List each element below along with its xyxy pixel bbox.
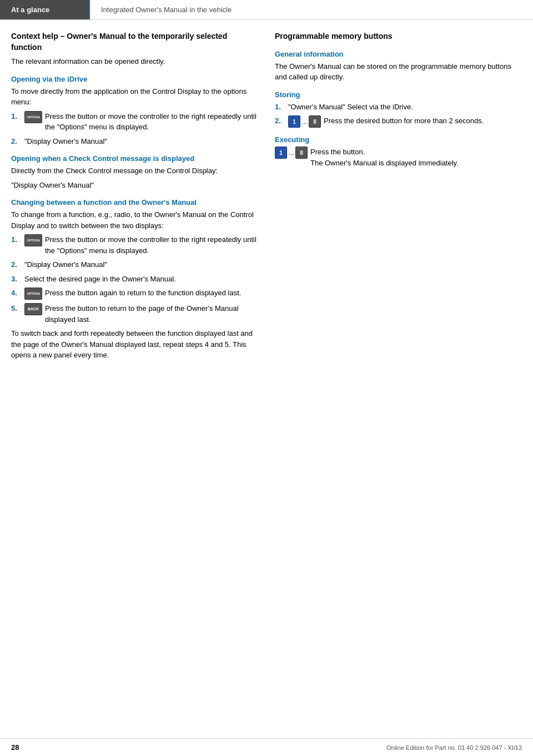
section-label-text: Integrated Owner's Manual in the vehicle: [101, 6, 232, 14]
page-number: 28: [11, 743, 19, 752]
step-item: 3. Select the desired page in the Owner'…: [11, 274, 258, 285]
step-text: Press the button or move the controller …: [45, 111, 258, 133]
copyright-text: Online Edition for Part no. 01 40 2 926 …: [386, 744, 522, 751]
step-text: "Display Owner's Manual": [24, 136, 258, 147]
right-column: Programmable memory buttons General info…: [275, 31, 522, 364]
memory-buttons-title: Programmable memory buttons: [275, 31, 522, 42]
changing-function-title: Changing between a function and the Owne…: [11, 198, 258, 206]
step-text: Press the button. The Owner's Manual is …: [310, 147, 522, 168]
back-button-icon: [24, 303, 42, 315]
opening-idrive-title: Opening via the iDrive: [11, 75, 258, 83]
chapter-label: At a glance: [0, 0, 89, 19]
check-control-quote: "Display Owner's Manual": [11, 180, 258, 191]
page-header: At a glance Integrated Owner's Manual in…: [0, 0, 533, 20]
page-footer: 28 Online Edition for Part no. 01 40 2 9…: [0, 738, 533, 756]
option-button-icon: [24, 234, 42, 246]
step-item: 1. Press the button or move the controll…: [11, 111, 258, 133]
step-text: Press the button to return to the page o…: [45, 303, 258, 325]
step-text: Press the button again to return to the …: [45, 288, 258, 299]
storing-title: Storing: [275, 90, 522, 99]
option-button-icon: [24, 111, 42, 123]
executing-step: 1 … 8 Press the button. The Owner's Manu…: [275, 147, 522, 168]
memory-buttons-title-text: Programmable memory buttons: [275, 32, 393, 41]
step-text: Select the desired page in the Owner's M…: [24, 274, 258, 285]
context-help-title: Context help – Owner's Manual to the tem…: [11, 31, 258, 53]
option-button-icon: [24, 288, 42, 300]
changing-function-intro: To change from a function, e.g., radio, …: [11, 209, 258, 231]
step-item: 1. Press the button or move the controll…: [11, 234, 258, 256]
step-item: 2. 1 … 8 Press the desired button for mo…: [275, 115, 522, 128]
general-info-text: The Owner's Manual can be stored on the …: [275, 61, 522, 83]
step-item: 4. Press the button again to return to t…: [11, 288, 258, 300]
executing-title: Executing: [275, 135, 522, 144]
step-text: Press the desired button for more than 2…: [324, 115, 522, 127]
changing-function-steps: 1. Press the button or move the controll…: [11, 234, 258, 325]
context-help-intro: The relevant information can be opened d…: [11, 56, 258, 67]
general-info-title: General information: [275, 50, 522, 58]
storing-steps: 1. "Owner's Manual" Select via the iDriv…: [275, 102, 522, 128]
check-control-intro: Directly from the Check Control message …: [11, 165, 258, 177]
opening-idrive-steps: 1. Press the button or move the controll…: [11, 111, 258, 147]
step-item: 5. Press the button to return to the pag…: [11, 303, 258, 325]
memory-button-icon: 1 … 8: [288, 115, 321, 128]
step-text: "Display Owner's Manual": [24, 259, 258, 270]
section-label: Integrated Owner's Manual in the vehicle: [89, 0, 533, 19]
step-text: Press the button or move the controller …: [45, 234, 258, 256]
memory-button-icon: 1 … 8: [275, 147, 308, 159]
main-content: Context help – Owner's Manual to the tem…: [0, 20, 533, 375]
left-column: Context help – Owner's Manual to the tem…: [11, 31, 258, 364]
context-help-title-text: Context help – Owner's Manual to the tem…: [11, 32, 227, 52]
step-item: 2. "Display Owner's Manual": [11, 259, 258, 270]
step-item: 2. "Display Owner's Manual": [11, 136, 258, 147]
chapter-label-text: At a glance: [11, 6, 49, 14]
step-item: 1. "Owner's Manual" Select via the iDriv…: [275, 102, 522, 113]
changing-function-closing: To switch back and forth repeatedly betw…: [11, 328, 258, 361]
step-text: "Owner's Manual" Select via the iDrive.: [288, 102, 522, 113]
check-control-title: Opening when a Check Control message is …: [11, 154, 258, 163]
opening-idrive-intro: To move directly from the application on…: [11, 86, 258, 108]
